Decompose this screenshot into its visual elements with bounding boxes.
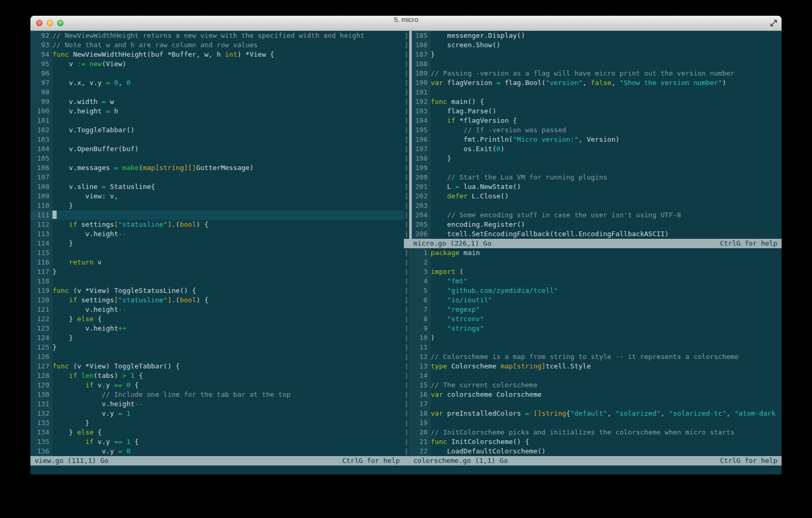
line-number: 199 bbox=[412, 163, 431, 173]
code-line[interactable]: 187} bbox=[412, 50, 782, 59]
code-area-micro-go[interactable]: 185 messenger.Display()186 screen.Show()… bbox=[409, 31, 782, 239]
code-line[interactable]: 98 bbox=[30, 88, 404, 97]
code-line[interactable]: 106 v.messages = make(map[string][]Gutte… bbox=[30, 163, 404, 173]
code-line[interactable]: 203 bbox=[412, 201, 782, 210]
fullscreen-icon[interactable] bbox=[770, 19, 777, 27]
code-line[interactable]: 196 fmt.Println("Micro version:", Versio… bbox=[412, 135, 782, 144]
code-line[interactable]: 6 "io/ioutil" bbox=[409, 295, 782, 305]
code-line[interactable]: 200 // Start the Lua VM for running plug… bbox=[412, 173, 782, 182]
code-line[interactable]: 11 bbox=[409, 343, 782, 352]
code-line[interactable]: 189// Passing -version as a flag will ha… bbox=[412, 69, 782, 78]
code-line[interactable]: 122 } else { bbox=[30, 314, 404, 324]
code-line[interactable]: 202 defer L.Close() bbox=[412, 192, 782, 201]
code-line[interactable]: 121 v.height-- bbox=[30, 305, 404, 314]
code-line[interactable]: 104 v.OpenBuffer(buf) bbox=[30, 144, 404, 154]
code-line[interactable]: 92// NewViewWidthHeight returns a new vi… bbox=[30, 31, 404, 40]
code-line[interactable]: 108 v.sline = Statusline{ bbox=[30, 182, 404, 192]
code-area-colorscheme-go[interactable]: 1package main23import (4 "fmt"5 "github.… bbox=[409, 248, 782, 456]
code-line[interactable]: 109 view: v, bbox=[30, 192, 404, 201]
code-line[interactable]: 128 if len(tabs) > 1 { bbox=[30, 371, 404, 380]
code-line[interactable]: 17 bbox=[409, 399, 782, 409]
code-line[interactable]: 110 } bbox=[30, 201, 404, 210]
code-line[interactable]: 97 v.x, v.y = 0, 0 bbox=[30, 78, 404, 88]
code-line[interactable]: 186 screen.Show() bbox=[412, 40, 782, 50]
code-line[interactable]: 101 bbox=[30, 116, 404, 125]
code-line[interactable]: 107 bbox=[30, 173, 404, 182]
code-line[interactable]: 105 bbox=[30, 154, 404, 163]
code-line[interactable]: 16var colorscheme Colorscheme bbox=[409, 390, 782, 399]
code-line[interactable]: 21func InitColorscheme() { bbox=[409, 437, 782, 447]
code-line[interactable]: 129 if v.y == 0 { bbox=[30, 380, 404, 390]
code-line[interactable]: 19 bbox=[409, 418, 782, 428]
code-line[interactable]: 118 bbox=[30, 277, 404, 286]
code-line[interactable]: 95 v := new(View) bbox=[30, 59, 404, 69]
code-line[interactable]: 96 bbox=[30, 69, 404, 78]
code-line[interactable]: 198 } bbox=[412, 154, 782, 163]
code-line[interactable]: 116 return v bbox=[30, 258, 404, 267]
code-line[interactable]: 205 encoding.Register() bbox=[412, 220, 782, 229]
code-line[interactable]: 191 bbox=[412, 88, 782, 97]
code-line[interactable]: 185 messenger.Display() bbox=[412, 31, 782, 40]
scrollbar[interactable] bbox=[409, 31, 412, 239]
code-line[interactable]: 9 "strings" bbox=[409, 324, 782, 333]
code-line[interactable]: 94func NewViewWidthHeight(buf *Buffer, w… bbox=[30, 50, 404, 59]
code-line[interactable]: 201 L = lua.NewState() bbox=[412, 182, 782, 192]
code-line[interactable]: 192func main() { bbox=[412, 97, 782, 107]
code-line[interactable]: 126 bbox=[30, 352, 404, 362]
close-button[interactable] bbox=[36, 20, 42, 26]
window-titlebar[interactable]: 5. micro bbox=[30, 16, 782, 31]
code-line[interactable]: 133 } bbox=[30, 418, 404, 428]
code-line[interactable]: 93// Note that w and h are raw column an… bbox=[30, 40, 404, 50]
code-line[interactable]: 188 bbox=[412, 59, 782, 69]
code-line[interactable]: 7 "regexp" bbox=[409, 305, 782, 314]
code-line[interactable]: 112 if settings["statusline"].(bool) { bbox=[30, 220, 404, 229]
code-line[interactable]: 2 bbox=[409, 258, 782, 267]
minimize-button[interactable] bbox=[47, 20, 53, 26]
code-line[interactable]: 136 v.y = 0 bbox=[30, 447, 404, 456]
code-line[interactable]: 10) bbox=[409, 333, 782, 343]
code-line[interactable]: 134 } else { bbox=[30, 428, 404, 437]
code-line[interactable]: 22 LoadDefaultColorscheme() bbox=[409, 447, 782, 456]
code-line[interactable]: 3import ( bbox=[409, 267, 782, 277]
code-line[interactable]: 194 if *flagVersion { bbox=[412, 116, 782, 125]
code-line[interactable]: 114 } bbox=[30, 239, 404, 248]
code-line[interactable]: 102 v.ToggleTabbar() bbox=[30, 125, 404, 135]
code-line[interactable]: 5 "github.com/zyedidia/tcell" bbox=[409, 286, 782, 295]
code-line[interactable]: 113 v.height-- bbox=[30, 229, 404, 239]
code-line[interactable]: 15// The current colorscheme bbox=[409, 380, 782, 390]
code-line[interactable]: 13type Colorscheme map[string]tcell.Styl… bbox=[409, 362, 782, 371]
code-line[interactable]: 111 bbox=[30, 210, 404, 220]
code-line[interactable]: 12// Colorscheme is a map from string to… bbox=[409, 352, 782, 362]
code-area-view-go[interactable]: 92// NewViewWidthHeight returns a new vi… bbox=[30, 31, 404, 456]
code-line[interactable]: 119func (v *View) ToggleStatusLine() { bbox=[30, 286, 404, 295]
code-line[interactable]: 199 bbox=[412, 163, 782, 173]
code-line[interactable]: 103 bbox=[30, 135, 404, 144]
code-line[interactable]: 132 v.y = 1 bbox=[30, 409, 404, 418]
code-line[interactable]: 117} bbox=[30, 267, 404, 277]
code-line[interactable]: 124 } bbox=[30, 333, 404, 343]
code-line[interactable]: 4 "fmt" bbox=[409, 277, 782, 286]
code-line[interactable]: 14 bbox=[409, 371, 782, 380]
code-line[interactable]: 193 flag.Parse() bbox=[412, 107, 782, 116]
code-line[interactable]: 123 v.height++ bbox=[30, 324, 404, 333]
code-line[interactable]: 131 v.height-- bbox=[30, 399, 404, 409]
code-line[interactable]: 99 v.width = w bbox=[30, 97, 404, 107]
code-line[interactable]: 8 "strconv" bbox=[409, 314, 782, 324]
code-line[interactable]: 206 tcell.SetEncodingFallback(tcell.Enco… bbox=[412, 229, 782, 239]
code-line[interactable]: 120 if settings["statusline"].(bool) { bbox=[30, 295, 404, 305]
code-line[interactable]: 195 // If -version was passed bbox=[412, 125, 782, 135]
code-line[interactable]: 18var preInstalledColors = []string{"def… bbox=[409, 409, 782, 418]
command-line-row[interactable] bbox=[30, 466, 782, 474]
code-line[interactable]: 115 bbox=[30, 248, 404, 258]
code-line[interactable]: 204 // Some encoding stuff in case the u… bbox=[412, 210, 782, 220]
code-line[interactable]: 190var flagVersion = flag.Bool("version"… bbox=[412, 78, 782, 88]
code-line[interactable]: 125} bbox=[30, 343, 404, 352]
zoom-button[interactable] bbox=[57, 20, 63, 26]
code-line[interactable]: 127func (v *View) ToggleTabbar() { bbox=[30, 362, 404, 371]
code-line[interactable]: 197 os.Exit(0) bbox=[412, 144, 782, 154]
code-line[interactable]: 135 if v.y == 1 { bbox=[30, 437, 404, 447]
code-line[interactable]: 130 // Include one line for the tab bar … bbox=[30, 390, 404, 399]
code-line[interactable]: 1package main bbox=[409, 248, 782, 258]
code-line[interactable]: 20// InitColorscheme picks and initializ… bbox=[409, 428, 782, 437]
code-line[interactable]: 100 v.height = h bbox=[30, 107, 404, 116]
